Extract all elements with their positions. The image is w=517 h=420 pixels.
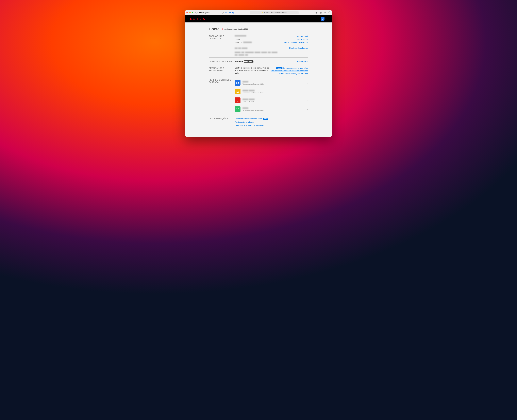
- svg-point-4: [226, 12, 227, 13]
- password-value: ********: [241, 38, 247, 40]
- lock-icon: 🔒: [262, 12, 263, 13]
- profile-avatar: [235, 89, 240, 94]
- svg-point-20: [236, 91, 237, 91]
- svg-point-23: [236, 100, 237, 100]
- svg-point-27: [238, 109, 239, 109]
- section-settings: CONFIGURAÇÕES Desativar transferência de…: [209, 115, 308, 128]
- svg-point-13: [323, 18, 324, 19]
- svg-rect-0: [195, 12, 197, 13]
- redacted-billing-line-2: [235, 54, 308, 56]
- section-label-membership: ASSINATURA E COBRANÇA: [209, 35, 235, 56]
- sign-out-all-link[interactable]: Sair da conta Netflix em todos os aparel…: [270, 70, 308, 72]
- change-password-link[interactable]: Alterar senha: [297, 38, 308, 40]
- chevron-down-icon: ⌄: [307, 108, 308, 110]
- address-bar[interactable]: 🔒 www.netflix.com/YourAccount ⟳: [250, 11, 299, 14]
- member-since-badge: Assinante desde Outubro 2018: [221, 28, 248, 30]
- svg-point-12: [322, 18, 322, 19]
- section-label-profiles: PERFIL E CONTROLE PARENTAL: [209, 78, 235, 113]
- svg-rect-16: [235, 80, 240, 86]
- section-plan: DETALHES DO PLANO Premium ULTRA HD Alter…: [209, 57, 308, 64]
- svg-rect-22: [235, 98, 240, 103]
- disable-profile-transfer-link[interactable]: Desativar transferência de perfil NOVO: [235, 117, 308, 120]
- svg-rect-19: [235, 89, 240, 94]
- download-info-link[interactable]: Baixe suas informações pessoais: [279, 72, 308, 75]
- change-plan-link[interactable]: Alterar plano: [297, 60, 308, 62]
- new-tab-icon[interactable]: [324, 12, 326, 14]
- caret-down-icon: [325, 19, 326, 19]
- minimize-window-button[interactable]: [189, 12, 191, 13]
- profile-row[interactable]: Todas as classificações etárias ⌄: [235, 105, 308, 113]
- share-icon[interactable]: [320, 12, 322, 14]
- novo-badge: NOVO: [276, 67, 282, 69]
- member-since-icon: [221, 28, 224, 30]
- profile-rating: Todas as classificações etárias: [242, 110, 307, 111]
- profile-row[interactable]: Até A10 10 anos ⌄: [235, 96, 308, 105]
- chevron-down-icon: ⌄: [307, 99, 308, 101]
- camera-icon[interactable]: [229, 12, 231, 14]
- close-window-button[interactable]: [186, 12, 188, 13]
- section-label-plan: DETALHES DO PLANO: [209, 60, 235, 63]
- section-label-settings: CONFIGURAÇÕES: [209, 117, 235, 127]
- tab-title[interactable]: MacMagazine ⌄: [199, 12, 212, 14]
- maximize-window-button[interactable]: [192, 12, 193, 13]
- netflix-header: NETFLIX: [185, 15, 332, 22]
- profile-name: [242, 90, 307, 92]
- billing-details-link[interactable]: Detalhes de cobrança: [289, 47, 308, 49]
- chevron-down-icon: ⌄: [210, 12, 212, 13]
- svg-point-6: [230, 12, 230, 13]
- plan-name: Premium ULTRA HD: [235, 60, 254, 63]
- manage-download-devices-link[interactable]: Gerenciar aparelhos de download: [235, 124, 308, 127]
- profile-row[interactable]: Todas as classificações etárias ⌄: [235, 78, 308, 87]
- url-text: www.netflix.com/YourAccount: [264, 12, 287, 14]
- page-content: Conta Assinante desde Outubro 2018 ASSIN…: [185, 22, 332, 137]
- svg-point-26: [236, 109, 237, 109]
- manage-access-link[interactable]: NOVOGerenciar acesso e aparelhos: [270, 67, 308, 69]
- svg-rect-10: [329, 12, 330, 13]
- forward-button[interactable]: 〉: [217, 11, 221, 14]
- back-button[interactable]: 〈: [214, 11, 217, 14]
- redacted-phone: [243, 42, 252, 43]
- password-label: Senha:: [235, 38, 241, 40]
- profile-rating: Todas as classificações etárias: [242, 92, 307, 94]
- svg-point-18: [238, 82, 239, 83]
- tab-title-text: MacMagazine: [199, 12, 210, 14]
- section-membership: ASSINATURA E COBRANÇA Alterar email Senh…: [209, 32, 308, 57]
- phone-label: Telefone:: [235, 41, 243, 43]
- window-controls[interactable]: [186, 12, 193, 13]
- test-participation-link[interactable]: Participação em testes: [235, 120, 308, 124]
- page-title: Conta: [209, 27, 220, 31]
- header-avatar: [321, 17, 324, 21]
- novo-badge-settings: NOVO: [263, 118, 269, 120]
- svg-point-24: [238, 100, 239, 100]
- section-profiles: PERFIL E CONTROLE PARENTAL Todas as clas…: [209, 76, 308, 115]
- profile-rating: Todas as classificações etárias: [242, 83, 307, 85]
- profile-row[interactable]: Todas as classificações etárias ⌄: [235, 87, 308, 96]
- browser-window: MacMagazine ⌄ 〈 〉 🔒 www.netflix.com/Your…: [185, 10, 332, 137]
- member-since-text: Assinante desde Outubro 2018: [224, 28, 248, 30]
- profile-rating: Até A10 10 anos: [242, 101, 307, 103]
- sidebar-icon[interactable]: [195, 12, 198, 14]
- extension-icon-1[interactable]: [225, 12, 228, 14]
- chevron-down-icon: ⌄: [307, 90, 308, 93]
- downloads-icon[interactable]: [315, 12, 317, 14]
- profile-name: [242, 107, 307, 109]
- profile-menu[interactable]: [321, 17, 326, 21]
- redacted-billing-line-1: [235, 51, 308, 54]
- section-label-security: SEGURANÇA E PRIVACIDADE: [209, 67, 235, 75]
- shield-icon[interactable]: [222, 12, 224, 14]
- profile-name: [242, 81, 307, 83]
- redacted-email: [235, 35, 246, 37]
- security-description: Controle o acesso a esta conta, veja os …: [235, 67, 269, 75]
- change-email-link[interactable]: Alterar email: [297, 35, 308, 37]
- safari-toolbar: MacMagazine ⌄ 〈 〉 🔒 www.netflix.com/Your…: [185, 10, 332, 15]
- netflix-logo[interactable]: NETFLIX: [190, 17, 205, 21]
- tab-overview-icon[interactable]: [328, 12, 331, 14]
- svg-marker-15: [222, 29, 223, 29]
- reload-icon[interactable]: ⟳: [296, 12, 297, 14]
- section-security: SEGURANÇA E PRIVACIDADE Controle o acess…: [209, 64, 308, 76]
- profile-avatar: [235, 98, 240, 103]
- profile-name: [242, 98, 307, 100]
- extension-icon-2[interactable]: [232, 12, 234, 14]
- change-phone-link[interactable]: Alterar o número de telefone: [284, 41, 308, 43]
- svg-point-17: [236, 82, 237, 83]
